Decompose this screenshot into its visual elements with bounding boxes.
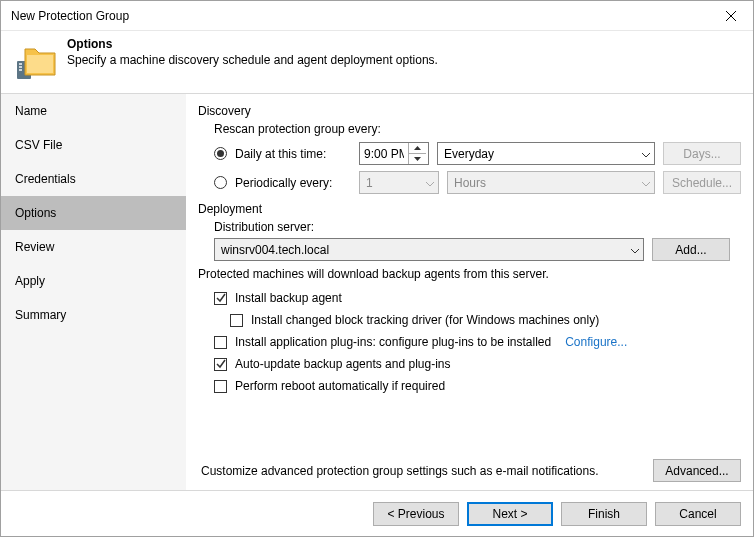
cancel-button[interactable]: Cancel: [655, 502, 741, 526]
svg-marker-8: [414, 157, 421, 161]
close-icon: [726, 11, 736, 21]
sidebar-item-label: Summary: [15, 308, 66, 322]
dist-hint: Protected machines will download backup …: [198, 267, 741, 281]
discovery-group-label: Discovery: [198, 104, 741, 118]
wizard-body: Name CSV File Credentials Options Review…: [1, 93, 753, 490]
header-subtitle: Specify a machine discovery schedule and…: [67, 53, 438, 67]
periodically-value: 1: [366, 176, 373, 190]
sidebar-item-csv-file[interactable]: CSV File: [1, 128, 186, 162]
wizard-footer: < Previous Next > Finish Cancel: [1, 490, 753, 536]
time-spinner-buttons: [408, 143, 426, 164]
install-plugins-label: Install application plug-ins: configure …: [235, 335, 551, 349]
svg-rect-5: [19, 69, 22, 71]
dist-label: Distribution server:: [214, 220, 741, 234]
auto-update-row: Auto-update backup agents and plug-ins: [214, 357, 741, 371]
daily-row: Daily at this time: Everyday Days...: [214, 142, 741, 165]
schedule-button-label: Schedule...: [672, 176, 732, 190]
daily-time-spinner[interactable]: [359, 142, 429, 165]
install-cbt-label: Install changed block tracking driver (f…: [251, 313, 599, 327]
install-plugins-row: Install application plug-ins: configure …: [214, 335, 741, 349]
distribution-server-select[interactable]: winsrv004.tech.local: [214, 238, 644, 261]
titlebar: New Protection Group: [1, 1, 753, 31]
chevron-down-icon: [642, 176, 650, 190]
days-button-label: Days...: [683, 147, 720, 161]
svg-rect-4: [19, 66, 22, 68]
sidebar-item-review[interactable]: Review: [1, 230, 186, 264]
sidebar-item-summary[interactable]: Summary: [1, 298, 186, 332]
advanced-text: Customize advanced protection group sett…: [201, 464, 643, 478]
wizard-steps-sidebar: Name CSV File Credentials Options Review…: [1, 94, 186, 490]
svg-rect-6: [27, 55, 53, 73]
install-agent-label: Install backup agent: [235, 291, 342, 305]
daily-radio-label: Daily at this time:: [235, 147, 351, 161]
header-text: Options Specify a machine discovery sche…: [67, 37, 438, 67]
advanced-button-label: Advanced...: [665, 464, 728, 478]
sidebar-item-options[interactable]: Options: [1, 196, 186, 230]
spinner-up-button[interactable]: [409, 143, 426, 154]
periodically-value-select: 1: [359, 171, 439, 194]
sidebar-item-apply[interactable]: Apply: [1, 264, 186, 298]
finish-button[interactable]: Finish: [561, 502, 647, 526]
svg-rect-3: [19, 63, 22, 65]
finish-button-label: Finish: [588, 507, 620, 521]
next-button-label: Next >: [492, 507, 527, 521]
add-server-button[interactable]: Add...: [652, 238, 730, 261]
sidebar-item-name[interactable]: Name: [1, 94, 186, 128]
schedule-button: Schedule...: [663, 171, 741, 194]
configure-plugins-link[interactable]: Configure...: [565, 335, 627, 349]
install-agent-checkbox[interactable]: [214, 292, 227, 305]
spinner-down-button[interactable]: [409, 154, 426, 164]
previous-button-label: < Previous: [387, 507, 444, 521]
auto-update-checkbox[interactable]: [214, 358, 227, 371]
days-button: Days...: [663, 142, 741, 165]
reboot-checkbox[interactable]: [214, 380, 227, 393]
advanced-button[interactable]: Advanced...: [653, 459, 741, 482]
sidebar-item-credentials[interactable]: Credentials: [1, 162, 186, 196]
chevron-up-icon: [414, 146, 421, 150]
wizard-window: New Protection Group Options Specify a m…: [0, 0, 754, 537]
daily-day-select[interactable]: Everyday: [437, 142, 655, 165]
window-title: New Protection Group: [11, 9, 709, 23]
install-cbt-checkbox[interactable]: [230, 314, 243, 327]
check-icon: [216, 293, 226, 303]
window-close-button[interactable]: [709, 1, 753, 30]
sidebar-item-label: Review: [15, 240, 54, 254]
cancel-button-label: Cancel: [679, 507, 716, 521]
header-title: Options: [67, 37, 438, 51]
auto-update-label: Auto-update backup agents and plug-ins: [235, 357, 451, 371]
daily-day-value: Everyday: [444, 147, 494, 161]
sidebar-item-label: Options: [15, 206, 56, 220]
reboot-row: Perform reboot automatically if required: [214, 379, 741, 393]
wizard-content: Discovery Rescan protection group every:…: [186, 94, 753, 490]
wizard-header: Options Specify a machine discovery sche…: [1, 31, 753, 93]
add-button-label: Add...: [675, 243, 706, 257]
periodically-unit-select: Hours: [447, 171, 655, 194]
sidebar-item-label: Name: [15, 104, 47, 118]
daily-time-input[interactable]: [360, 143, 408, 164]
periodically-row: Periodically every: 1 Hours Schedule...: [214, 171, 741, 194]
options-header-icon: [15, 39, 57, 81]
periodically-radio-label: Periodically every:: [235, 176, 351, 190]
next-button[interactable]: Next >: [467, 502, 553, 526]
periodically-unit: Hours: [454, 176, 486, 190]
chevron-down-icon: [631, 243, 639, 257]
sidebar-item-label: Apply: [15, 274, 45, 288]
install-agent-row: Install backup agent: [214, 291, 741, 305]
chevron-down-icon: [642, 147, 650, 161]
distribution-server-value: winsrv004.tech.local: [221, 243, 329, 257]
check-icon: [216, 359, 226, 369]
sidebar-item-label: Credentials: [15, 172, 76, 186]
previous-button[interactable]: < Previous: [373, 502, 459, 526]
advanced-row: Customize advanced protection group sett…: [201, 459, 741, 482]
dist-row: winsrv004.tech.local Add...: [214, 238, 741, 261]
chevron-down-icon: [426, 176, 434, 190]
sidebar-item-label: CSV File: [15, 138, 62, 152]
periodically-radio[interactable]: [214, 176, 227, 189]
install-cbt-row: Install changed block tracking driver (f…: [230, 313, 741, 327]
reboot-label: Perform reboot automatically if required: [235, 379, 445, 393]
deployment-group-label: Deployment: [198, 202, 741, 216]
daily-radio[interactable]: [214, 147, 227, 160]
svg-marker-7: [414, 146, 421, 150]
rescan-label: Rescan protection group every:: [214, 122, 741, 136]
install-plugins-checkbox[interactable]: [214, 336, 227, 349]
